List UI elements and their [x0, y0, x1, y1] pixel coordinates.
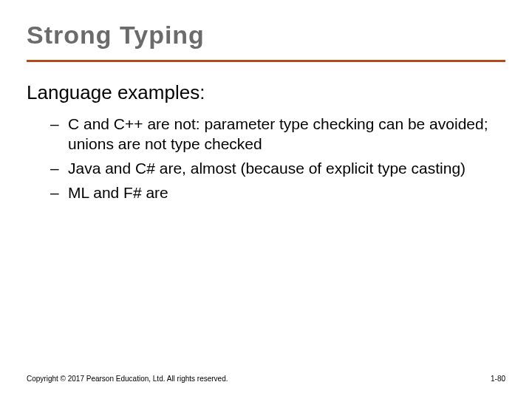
page-number: 1-80	[491, 375, 505, 383]
bullet-item: ML and F# are	[68, 183, 505, 203]
title-rule	[27, 60, 505, 62]
footer: Copyright © 2017 Pearson Education, Ltd.…	[27, 375, 505, 383]
bullet-item: Java and C# are, almost (because of expl…	[68, 159, 505, 179]
slide-subtitle: Language examples:	[27, 81, 505, 104]
bullet-list: C and C++ are not: parameter type checki…	[27, 115, 505, 203]
slide: Strong Typing Language examples: C and C…	[0, 0, 532, 399]
slide-title: Strong Typing	[27, 21, 505, 50]
bullet-item: C and C++ are not: parameter type checki…	[68, 115, 505, 154]
copyright-text: Copyright © 2017 Pearson Education, Ltd.…	[27, 375, 228, 383]
